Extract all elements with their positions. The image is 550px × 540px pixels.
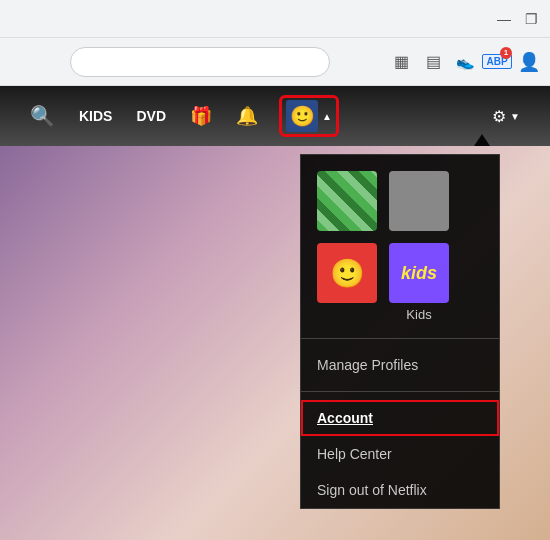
shoes-extension-icon[interactable]: 👟 [454, 51, 476, 73]
profile-avatar-1 [317, 171, 377, 231]
account-label: Account [317, 410, 373, 426]
profile-name-kids: Kids [406, 307, 431, 322]
profile-avatar-2 [389, 171, 449, 231]
nav-item-dvd[interactable]: DVD [136, 108, 166, 124]
restore-button[interactable]: ❐ [525, 11, 538, 27]
adblock-extension-icon[interactable]: ABP 1 [486, 51, 508, 73]
divider-2 [301, 391, 499, 392]
manage-profiles-item[interactable]: Manage Profiles [301, 347, 499, 383]
browser-titlebar: — ❐ [0, 0, 550, 38]
reader-extension-icon[interactable]: ▤ [422, 51, 444, 73]
account-extension-icon[interactable]: 👤 [518, 51, 540, 73]
browser-extensions: ▦ ▤ 👟 ABP 1 👤 [390, 51, 540, 73]
minimize-button[interactable]: — [497, 11, 511, 27]
kids-label-icon: kids [401, 263, 437, 284]
divider-1 [301, 338, 499, 339]
gift-icon[interactable]: 🎁 [190, 105, 212, 127]
bell-icon[interactable]: 🔔 [236, 105, 258, 127]
address-bar[interactable] [70, 47, 330, 77]
profile-avatar-nav: 🙂 [286, 100, 318, 132]
help-center-item[interactable]: Help Center [301, 436, 499, 472]
netflix-navbar: 🔍 KIDS DVD 🎁 🔔 🙂 ▲ ⚙ ▼ [0, 86, 550, 146]
profile-item-2[interactable] [389, 171, 449, 231]
profile-item-1[interactable] [317, 171, 377, 231]
profiles-grid: 🙂 kids Kids [301, 155, 499, 330]
profile-menu-button[interactable]: 🙂 ▲ [282, 98, 336, 134]
page-background: 🙂 kids Kids Manage Profiles Account Help… [0, 146, 550, 540]
account-menu-item[interactable]: Account [301, 400, 499, 436]
red-smiley-icon: 🙂 [330, 257, 365, 290]
smiley-icon: 🙂 [290, 104, 315, 128]
sliders-icon[interactable]: ⚙ ▼ [492, 107, 520, 126]
help-center-label: Help Center [317, 446, 392, 462]
search-icon[interactable]: 🔍 [30, 104, 55, 128]
manage-profiles-label: Manage Profiles [317, 357, 418, 373]
profile-avatar-3: 🙂 [317, 243, 377, 303]
profile-dropdown-menu: 🙂 kids Kids Manage Profiles Account Help… [300, 154, 500, 509]
profile-avatar-kids: kids [389, 243, 449, 303]
adblock-badge: 1 [500, 47, 512, 59]
browser-toolbar: ▦ ▤ 👟 ABP 1 👤 [0, 38, 550, 86]
profile-item-3[interactable]: 🙂 [317, 243, 377, 322]
profile-item-kids[interactable]: kids Kids [389, 243, 449, 322]
library-extension-icon[interactable]: ▦ [390, 51, 412, 73]
sign-out-item[interactable]: Sign out of Netflix [301, 472, 499, 508]
caret-up-icon: ▲ [322, 111, 332, 122]
sign-out-label: Sign out of Netflix [317, 482, 427, 498]
nav-item-kids[interactable]: KIDS [79, 108, 112, 124]
